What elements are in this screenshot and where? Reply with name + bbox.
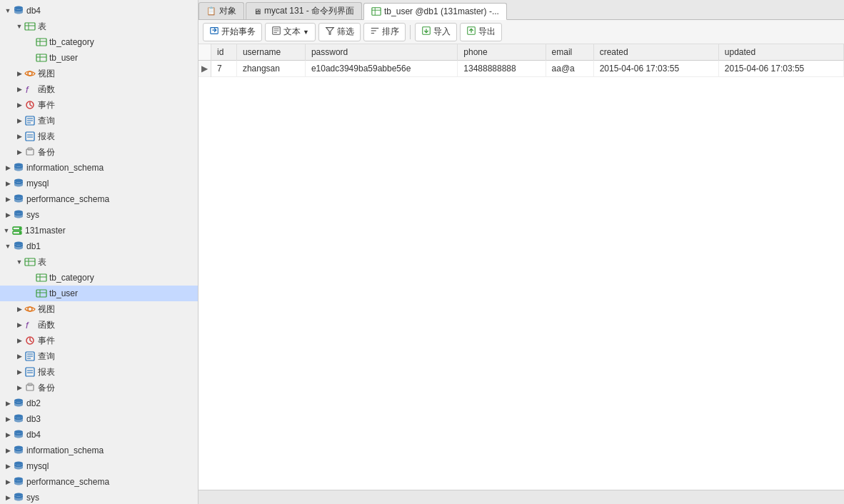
db-icon bbox=[13, 460, 24, 472]
sidebar-item-label: 备份 bbox=[38, 146, 55, 158]
sidebar-item-db1[interactable]: db1 bbox=[0, 238, 198, 254]
sidebar-item-db3[interactable]: db3 bbox=[0, 411, 198, 427]
sidebar-item-db4-tables[interactable]: 表 bbox=[0, 19, 198, 34]
event-icon bbox=[24, 335, 36, 346]
sidebar-item-db4-views[interactable]: 视图 bbox=[0, 66, 198, 81]
svg-line-46 bbox=[30, 341, 32, 342]
text-icon bbox=[271, 26, 281, 38]
tab-console[interactable]: 🖥 mycat 131 - 命令列界面 bbox=[246, 2, 362, 19]
cell-updated[interactable]: 2015-04-06 17:03:55 bbox=[718, 61, 843, 77]
text-button[interactable]: 文本 ▼ bbox=[265, 23, 316, 41]
expand-icon bbox=[3, 163, 13, 173]
sidebar-item-mysql[interactable]: mysql bbox=[0, 176, 198, 191]
sidebar-item-db1-reports[interactable]: 报表 bbox=[0, 364, 198, 380]
export-button[interactable]: 导出 bbox=[460, 23, 502, 41]
expand-icon bbox=[3, 461, 13, 471]
sidebar-item-db4-backups[interactable]: 备份 bbox=[0, 144, 198, 160]
sidebar-item-db4[interactable]: db4 bbox=[0, 3, 198, 19]
sidebar-item-db2[interactable]: db2 bbox=[0, 395, 198, 411]
cell-password[interactable]: e10adc3949ba59abbe56e bbox=[305, 61, 457, 77]
expand-icon bbox=[14, 304, 24, 314]
sidebar-item-label: 131master bbox=[25, 226, 66, 236]
sort-button[interactable]: 排序 bbox=[363, 23, 406, 41]
sidebar-item-label: db3 bbox=[26, 414, 41, 424]
column-header-username[interactable]: username bbox=[236, 44, 305, 61]
sidebar-item-label: db2 bbox=[26, 398, 41, 408]
sidebar-item-db1-tables[interactable]: 表 bbox=[0, 254, 198, 270]
column-header-created[interactable]: created bbox=[593, 44, 718, 61]
sidebar-item-db4-tb_category[interactable]: tb_category bbox=[0, 34, 198, 50]
cell-email[interactable]: aa@a bbox=[546, 61, 593, 77]
view-icon bbox=[24, 68, 36, 79]
sidebar-item-label: tb_user bbox=[49, 53, 78, 63]
sidebar-item-db1-backups[interactable]: 备份 bbox=[0, 380, 198, 395]
sidebar-item-db4-queries[interactable]: 查询 bbox=[0, 113, 198, 128]
cell-phone[interactable]: 13488888888 bbox=[458, 61, 546, 77]
sidebar-item-db4-reports[interactable]: 报表 bbox=[0, 128, 198, 144]
tab-bar: 📋 对象 🖥 mycat 131 - 命令列界面 tb_user @db1 (1… bbox=[199, 0, 844, 20]
report-icon bbox=[24, 366, 36, 378]
import-button[interactable]: 导入 bbox=[415, 23, 457, 41]
svg-text:f: f bbox=[26, 320, 29, 331]
sidebar-item-label: sys bbox=[26, 493, 39, 503]
svg-marker-84 bbox=[326, 28, 334, 35]
sidebar-item-mysql-2[interactable]: mysql bbox=[0, 458, 198, 474]
sidebar-item-131master[interactable]: 131master bbox=[0, 223, 198, 238]
sidebar-item-db4-tb_user[interactable]: tb_user bbox=[0, 50, 198, 66]
sidebar-item-db1-tb_user[interactable]: tb_user bbox=[0, 286, 198, 301]
cell-username[interactable]: zhangsan bbox=[236, 61, 305, 77]
console-tab-icon: 🖥 bbox=[253, 7, 261, 16]
sidebar-item-db1-tb_category[interactable]: tb_category bbox=[0, 270, 198, 286]
cell-created[interactable]: 2015-04-06 17:03:55 bbox=[593, 61, 718, 77]
sidebar-item-db4-funcs[interactable]: f 函数 bbox=[0, 81, 198, 97]
sidebar-item-performance-schema-2[interactable]: performance_schema bbox=[0, 474, 198, 490]
tab-tb_user[interactable]: tb_user @db1 (131master) -... bbox=[363, 3, 507, 20]
column-header-phone[interactable]: phone bbox=[458, 44, 546, 61]
column-header-email[interactable]: email bbox=[546, 44, 593, 61]
expand-icon bbox=[14, 257, 24, 267]
sidebar-item-db4-2[interactable]: db4 bbox=[0, 427, 198, 443]
expand-icon bbox=[14, 336, 24, 346]
cell-id[interactable]: 7 bbox=[211, 61, 237, 77]
sidebar-item-db4-events[interactable]: 事件 bbox=[0, 97, 198, 113]
sidebar-item-sys[interactable]: sys bbox=[0, 207, 198, 223]
sidebar-item-label: tb_user bbox=[49, 288, 78, 298]
tab-object-label: 对象 bbox=[219, 5, 236, 17]
table-row[interactable]: ▶ 7 zhangsan e10adc3949ba59abbe56e 13488… bbox=[199, 61, 844, 77]
sidebar-item-sys-2[interactable]: sys bbox=[0, 490, 198, 504]
sidebar-item-label: db4 bbox=[26, 430, 41, 440]
sidebar-item-label: information_schema bbox=[26, 163, 104, 173]
tab-object[interactable]: 📋 对象 bbox=[199, 2, 244, 19]
expand-icon bbox=[14, 131, 24, 141]
expand-icon bbox=[3, 493, 13, 503]
begin-transaction-button[interactable]: 开始事务 bbox=[203, 23, 262, 41]
expand-icon bbox=[3, 445, 13, 455]
sidebar-item-label: performance_schema bbox=[26, 477, 109, 487]
sidebar-item-db1-events[interactable]: 事件 bbox=[0, 333, 198, 348]
svg-rect-33 bbox=[25, 258, 35, 266]
sidebar-item-performance-schema[interactable]: performance_schema bbox=[0, 191, 198, 207]
sidebar-item-db1-views[interactable]: 视图 bbox=[0, 301, 198, 317]
sidebar-item-db1-funcs[interactable]: f 函数 bbox=[0, 317, 198, 333]
column-header-id[interactable]: id bbox=[211, 44, 237, 61]
import-icon bbox=[421, 26, 431, 38]
db-icon bbox=[13, 398, 24, 409]
svg-point-59 bbox=[14, 446, 23, 450]
table-icon bbox=[36, 52, 47, 64]
expand-icon bbox=[3, 241, 13, 251]
expand-icon bbox=[3, 210, 13, 220]
filter-button[interactable]: 筛选 bbox=[318, 23, 361, 41]
sidebar-item-label: information_schema bbox=[26, 445, 104, 455]
sidebar-item-db1-queries[interactable]: 查询 bbox=[0, 348, 198, 364]
svg-point-60 bbox=[14, 462, 23, 465]
column-header-password[interactable]: password bbox=[305, 44, 457, 61]
db-icon bbox=[13, 413, 24, 425]
sidebar-item-information-schema-2[interactable]: information_schema bbox=[0, 443, 198, 458]
sidebar-item-information-schema[interactable]: information_schema bbox=[0, 160, 198, 176]
table-tab-icon bbox=[371, 6, 381, 16]
filter-icon bbox=[325, 26, 335, 38]
sidebar-item-label: 视图 bbox=[38, 68, 55, 80]
table-area[interactable]: id username password phone email created… bbox=[199, 44, 844, 490]
tab-tb_user-label: tb_user @db1 (131master) -... bbox=[384, 6, 499, 16]
column-header-updated[interactable]: updated bbox=[718, 44, 843, 61]
